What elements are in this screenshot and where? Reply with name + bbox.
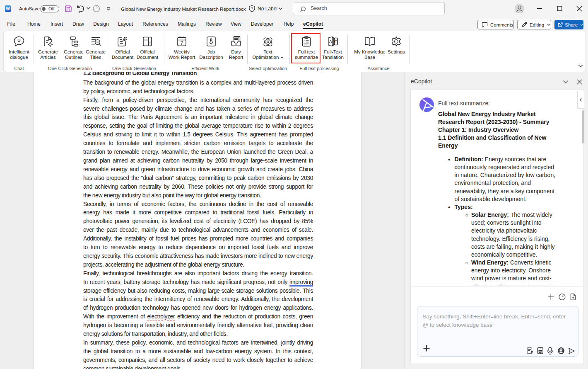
svg-text:Φ: Φ: [335, 39, 338, 44]
svg-text:?: ?: [251, 7, 253, 11]
svg-text:A: A: [329, 39, 332, 44]
svg-text:7: 7: [181, 40, 183, 46]
svg-text:W: W: [6, 7, 10, 11]
